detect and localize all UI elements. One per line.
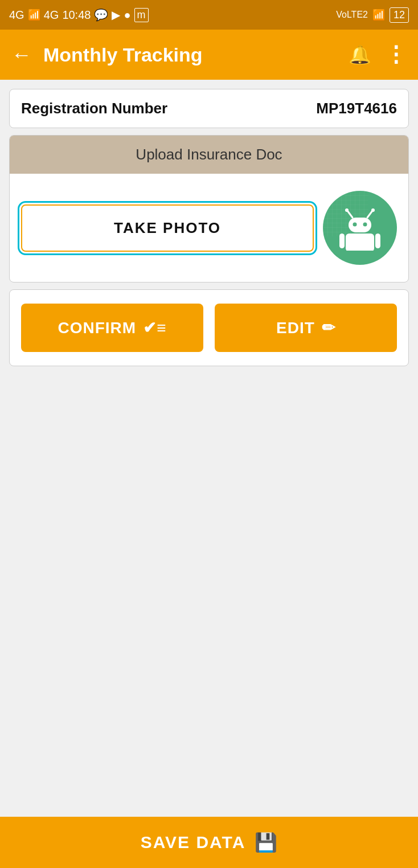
confirm-label: CONFIRM xyxy=(58,319,137,337)
android-logo xyxy=(323,191,397,265)
registration-row: Registration Number MP19T4616 xyxy=(10,89,408,128)
more-options-icon[interactable]: ⋮ xyxy=(385,42,407,67)
save-icon: 💾 xyxy=(255,832,277,853)
upload-header: Upload Insurance Doc xyxy=(10,136,408,174)
notification-bell-icon[interactable]: 🔔 xyxy=(349,44,371,65)
action-card: CONFIRM ✔≡ EDIT ✏ xyxy=(9,289,409,366)
status-volte-icon: VoLTE2 xyxy=(336,10,368,20)
main-content: Registration Number MP19T4616 Upload Ins… xyxy=(0,80,418,817)
status-youtube-icon: ▶ xyxy=(112,8,120,22)
status-time: 10:48 xyxy=(62,9,91,22)
page-title: Monthly Tracking xyxy=(43,44,337,66)
status-right: VoLTE2 📶 12 xyxy=(336,7,409,23)
status-network2: 4G xyxy=(44,9,59,22)
status-battery-icon: 12 xyxy=(390,7,409,23)
status-wifi-icon: 📶 xyxy=(372,9,385,21)
svg-point-4 xyxy=(371,208,375,212)
upload-card: Upload Insurance Doc TAKE PHOTO xyxy=(9,135,409,282)
upload-body: TAKE PHOTO xyxy=(10,174,408,282)
status-whatsapp-icon: 💬 xyxy=(94,8,108,22)
confirm-button[interactable]: CONFIRM ✔≡ xyxy=(21,304,203,352)
registration-card: Registration Number MP19T4616 xyxy=(9,89,409,128)
svg-rect-0 xyxy=(323,191,368,236)
status-network: 4G xyxy=(9,9,24,22)
back-button[interactable]: ← xyxy=(11,43,32,67)
svg-rect-10 xyxy=(375,234,380,248)
content-spacer xyxy=(9,373,409,808)
edit-icon: ✏ xyxy=(322,318,335,337)
app-bar: ← Monthly Tracking 🔔 ⋮ xyxy=(0,30,418,80)
status-left: 4G 📶 4G 10:48 💬 ▶ ● m xyxy=(9,8,149,22)
registration-label: Registration Number xyxy=(21,100,167,117)
save-data-bar[interactable]: SAVE DATA 💾 xyxy=(0,817,418,868)
registration-value: MP19T4616 xyxy=(316,100,397,117)
edit-button[interactable]: EDIT ✏ xyxy=(215,304,397,352)
status-m-icon: m xyxy=(134,8,149,22)
status-message-icon: ● xyxy=(124,9,130,22)
edit-label: EDIT xyxy=(276,319,315,337)
status-signal: 📶 xyxy=(28,9,40,21)
save-data-label: SAVE DATA xyxy=(141,833,246,852)
take-photo-button[interactable]: TAKE PHOTO xyxy=(21,204,314,252)
app-bar-actions: 🔔 ⋮ xyxy=(349,42,407,67)
confirm-icon: ✔≡ xyxy=(143,318,166,337)
status-bar: 4G 📶 4G 10:48 💬 ▶ ● m VoLTE2 📶 12 xyxy=(0,0,418,30)
